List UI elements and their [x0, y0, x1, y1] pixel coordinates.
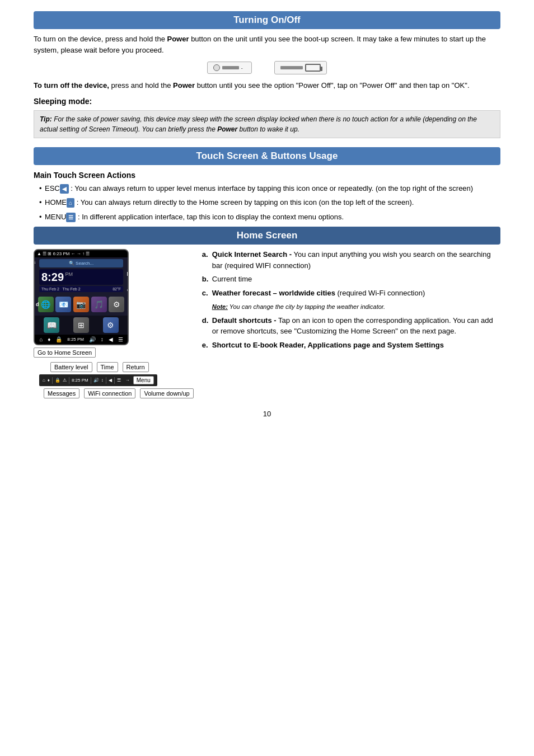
power-diagram: - [34, 61, 500, 74]
b-label: b [127, 271, 129, 277]
home-item: HOME⌂ : You can always return directly t… [39, 197, 500, 208]
hs-item-note: Note: You can change the city by tapping… [202, 301, 500, 312]
device-screenshot: ▲ ☰ ⊞ 6:23 PM ← → ↑ ☰ a 🔍 Search... 8:29 [34, 249, 129, 345]
weather-info: Thu Feb 2 Thu Feb 2 [41, 287, 81, 291]
sys-icon-8: ☰ [118, 336, 123, 342]
sbd-time: 8:25 PM [72, 378, 88, 383]
hs-text-b: Current time [212, 274, 252, 285]
hs-label-e: e. [202, 340, 210, 351]
device-weather: Thu Feb 2 Thu Feb 2 82°F [39, 286, 123, 292]
sbd-icon5: ↕ [101, 378, 104, 383]
device-clock: 8:29 [41, 271, 64, 283]
hs-label-b: b. [202, 274, 210, 285]
esc-item: ESC◀ : You can always return to upper le… [39, 183, 500, 194]
hs-item-a: a. Quick Internet Search - You can input… [202, 249, 500, 271]
a-label: a [34, 259, 35, 265]
sbd-sep4 [106, 377, 106, 384]
home-screen-list-content: a. Quick Internet Search - You can input… [202, 249, 500, 398]
esc-icon: ◀ [60, 184, 69, 194]
hs-item-c: c. Weather forecast – worldwide cities (… [202, 288, 500, 299]
menu-diagram-label: Menu [133, 376, 154, 384]
page-number: 10 [34, 410, 500, 418]
sleeping-mode-section: Sleeping mode: Tip: For the sake of powe… [34, 97, 500, 138]
main-touch-actions-title: Main Touch Screen Actions [34, 171, 500, 180]
home-screen-header: Home Screen [34, 227, 500, 245]
touch-actions-list: ESC◀ : You can always return to upper le… [39, 183, 500, 223]
menu-text: : In different application interface, ta… [78, 213, 344, 221]
turning-off-body: To turn off the device, press and hold t… [34, 80, 500, 91]
turning-on-body1: To turn on the device, press and hold th… [34, 34, 500, 55]
turning-on-off-section: Turning On/Off To turn on the device, pr… [34, 11, 500, 91]
home-text: : You can always return directly to the … [77, 198, 414, 206]
battery-level-label: Battery level [50, 362, 92, 372]
bottom-diagram: Battery level Time Return ⌂ ♦ 🔒 ⚠ [34, 362, 194, 398]
c-label: c [127, 287, 129, 293]
bottom-icon-2: ⊞ [73, 317, 89, 333]
sys-icon-1: ⌂ [39, 336, 43, 342]
sleeping-tip-box: Tip: For the sake of power saving, this … [34, 110, 500, 138]
menu-item: MENU☰ : In different application interfa… [39, 212, 500, 223]
time-label: Time [97, 362, 118, 372]
bottom-icon-1: 📖 [44, 317, 59, 333]
sbd-sep1 [52, 377, 53, 384]
power-right-diagram [274, 61, 327, 74]
power-left-diagram: - [207, 62, 252, 74]
sbd-sep5 [114, 377, 115, 384]
power-long-rect [280, 66, 303, 69]
app-icon-3: 📷 [73, 297, 89, 312]
hs-text-c: Weather forecast – worldwide cities (req… [212, 288, 425, 299]
bottom-icon-3: ⚙ [103, 317, 119, 333]
sbd-menu: ☰ [117, 378, 121, 383]
device-screenshot-wrapper: ▲ ☰ ⊞ 6:23 PM ← → ↑ ☰ a 🔍 Search... 8:29 [34, 249, 194, 398]
power-rect-icon [222, 66, 239, 69]
sys-icon-7: ◀ [109, 336, 113, 342]
hs-label-c: c. [202, 288, 210, 299]
hs-item-e: e. Shortcut to E-book Reader, Applicatio… [202, 340, 500, 351]
hs-item-b: b. Current time [202, 274, 500, 285]
sbd-icon4: ⚠ [63, 378, 67, 383]
device-time-display: 8:29 PM [41, 271, 73, 283]
app-icon-1: 🌐 [38, 297, 54, 312]
home-icon: ⌂ [67, 198, 74, 208]
sys-icon-4: 8:25 PM [67, 337, 84, 342]
menu-label: MENU☰ [45, 213, 76, 221]
hs-text-e: Shortcut to E-book Reader, Applications … [212, 340, 444, 351]
status-icons-left: ▲ ☰ ⊞ 6:23 PM ← → ↑ ☰ [37, 251, 90, 256]
tip-label: Tip: [40, 115, 52, 123]
sbd-sep2 [69, 377, 69, 384]
sbd-back: ◀ [109, 378, 112, 383]
hs-text-d: Default shortcuts - Tap on an icon to op… [212, 315, 500, 337]
status-bar-diagram-row: ⌂ ♦ 🔒 ⚠ 8:25 PM 🔊 ↕ [39, 374, 157, 386]
sbd-menu-arrow: → [125, 378, 130, 383]
sbd-vol: 🔊 [93, 378, 99, 383]
go-to-home-label: Go to Home Screen [34, 348, 96, 358]
volume-label: Volume down/up [140, 388, 193, 398]
power-dash: - [241, 65, 246, 71]
sbd-sep3 [91, 377, 91, 384]
home-label: HOME⌂ [45, 198, 74, 206]
app-icon-2: 📧 [55, 297, 71, 312]
sys-icon-3: 🔒 [55, 336, 62, 342]
app-icon-5: ⚙ [109, 297, 124, 312]
esc-label: ESC◀ [45, 184, 69, 192]
hs-label-d: d. [202, 315, 210, 337]
touch-screen-section: Touch Screen & Buttons Usage Main Touch … [34, 147, 500, 399]
device-clock-pm: PM [65, 271, 73, 277]
sbd-icon2: ♦ [48, 378, 50, 383]
sys-icon-6: ↕ [101, 336, 104, 342]
hs-note-text: Note: You can change the city by tapping… [212, 301, 385, 312]
device-search-bar: 🔍 Search... [39, 259, 123, 267]
hs-text-a: Quick Internet Search - You can input an… [212, 249, 500, 271]
device-bottom-icons: 📖 ⊞ ⚙ [35, 316, 128, 335]
app-icon-4: 🎵 [91, 297, 107, 312]
sys-icon-5: 🔊 [89, 336, 96, 342]
device-system-bar: ⌂ ♦ 🔒 8:25 PM 🔊 ↕ ◀ ☰ [35, 335, 128, 344]
power-circle-icon [213, 64, 220, 71]
power-battery-icon [305, 64, 321, 72]
device-clock-area: 8:29 PM [39, 269, 123, 285]
weather-temp: 82°F [113, 287, 121, 291]
sbd-icon3: 🔒 [55, 378, 60, 383]
esc-text: : You can always return to upper level m… [71, 184, 473, 192]
sys-icon-2: ♦ [48, 336, 50, 342]
touch-screen-header: Touch Screen & Buttons Usage [34, 147, 500, 165]
